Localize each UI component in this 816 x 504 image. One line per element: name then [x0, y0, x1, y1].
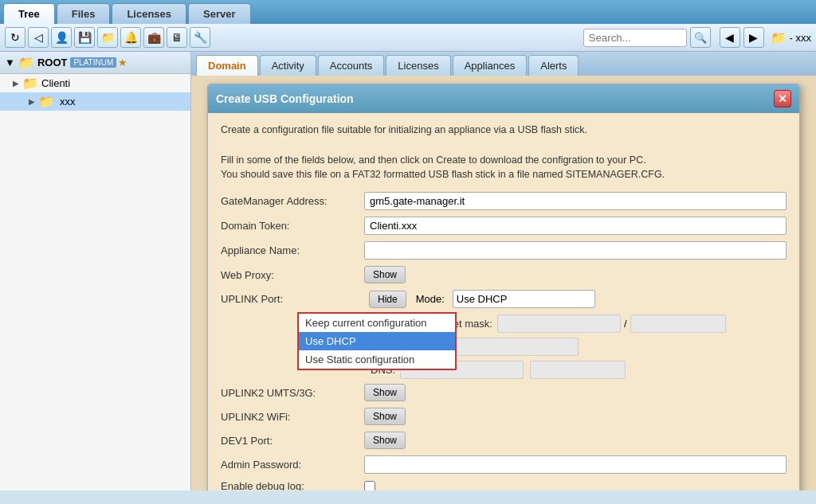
- uplink2-wifi-show-button[interactable]: Show: [364, 408, 406, 425]
- bag-button[interactable]: 💼: [143, 27, 164, 48]
- desc-line2: Fill in some of the fields below, and th…: [221, 154, 646, 166]
- tree-item-xxx[interactable]: ▶ 📁 xxx: [0, 92, 190, 111]
- user-button[interactable]: 👤: [51, 27, 72, 48]
- web-proxy-label: Web Proxy:: [221, 269, 364, 281]
- search-input[interactable]: [583, 29, 687, 47]
- clienti-expand-icon: ▶: [13, 79, 19, 88]
- tab-activity[interactable]: Activity: [260, 55, 316, 76]
- admin-password-label: Admin Password:: [221, 459, 364, 471]
- xxx-expand-icon: ▶: [29, 97, 35, 106]
- tab-domain[interactable]: Domain: [196, 55, 258, 76]
- appliance-name-label: Appliance Name:: [221, 244, 364, 256]
- right-tab-bar: Domain Activity Accounts Licenses Applia…: [191, 52, 816, 76]
- dropdown-option-dhcp[interactable]: Use DHCP: [299, 332, 455, 350]
- right-panel: Domain Activity Accounts Licenses Applia…: [191, 52, 816, 490]
- root-bar: ▼ 📁 ROOT PLATINUM ★: [0, 52, 190, 74]
- uplink2-wifi-label: UPLINK2 WiFi:: [221, 411, 364, 423]
- enable-debug-checkbox[interactable]: [364, 481, 375, 491]
- nav-path-text: - xxx: [790, 32, 811, 44]
- domain-token-label: Domain Token:: [221, 220, 364, 232]
- web-proxy-row: Web Proxy: Show: [221, 266, 787, 283]
- folder-icon: 📁: [771, 30, 787, 45]
- tab-licenses[interactable]: Licenses: [386, 55, 450, 76]
- tab-alerts[interactable]: Alerts: [528, 55, 579, 76]
- clienti-folder-icon: 📁: [22, 76, 38, 91]
- root-label: ROOT: [37, 57, 68, 68]
- dialog-description: Create a configuration file suitable for…: [221, 123, 787, 182]
- usb-config-dialog: Create USB Configuration ✕ Create a conf…: [207, 84, 800, 490]
- xxx-label: xxx: [57, 95, 78, 108]
- gateway-input[interactable]: [455, 338, 579, 356]
- web-proxy-show-button[interactable]: Show: [364, 266, 406, 283]
- root-badge: PLATINUM: [70, 57, 116, 68]
- ip-input[interactable]: [497, 315, 621, 333]
- nav-forward-button[interactable]: ▶: [743, 27, 764, 48]
- mode-dropdown-popup: Keep current configuration Use DHCP Use …: [297, 312, 457, 370]
- desc-line1: Create a configuration file suitable for…: [221, 124, 587, 135]
- tab-accounts[interactable]: Accounts: [318, 55, 384, 76]
- enable-debug-label: Enable debug log:: [221, 480, 364, 490]
- admin-password-input[interactable]: [364, 455, 787, 474]
- content-area: Create USB Configuration ✕ Create a conf…: [191, 76, 816, 490]
- uplink2-wifi-row: UPLINK2 WiFi: Show: [221, 408, 787, 425]
- top-tab-bar: Tree Files Licenses Server: [0, 0, 816, 24]
- dialog-header: Create USB Configuration ✕: [208, 84, 799, 113]
- nav-buttons: ◀ ▶ 📁 - xxx: [720, 27, 811, 48]
- dialog-close-button[interactable]: ✕: [774, 90, 791, 107]
- gatemanager-row: GateManager Address:: [221, 192, 787, 210]
- folder-button[interactable]: 📁: [97, 27, 118, 48]
- uplink-label: UPLINK Port:: [221, 293, 364, 305]
- tree-item-clienti[interactable]: ▶ 📁 Clienti: [0, 74, 190, 92]
- mode-label: Mode:: [416, 293, 445, 305]
- uplink2-umts-label: UPLINK2 UMTS/3G:: [221, 387, 364, 399]
- appliance-name-row: Appliance Name:: [221, 241, 787, 260]
- tab-server[interactable]: Server: [188, 3, 250, 24]
- uplink-port-row: UPLINK Port: Hide Mode: Keep current con…: [221, 290, 787, 308]
- refresh-button[interactable]: ↻: [5, 27, 26, 48]
- toolbar: ↻ ◁ 👤 💾 📁 🔔 💼 🖥 🔧 🔍 ◀ ▶ 📁 - xxx: [0, 24, 816, 52]
- dialog-body: Create a configuration file suitable for…: [208, 113, 799, 490]
- xxx-folder-icon: 📁: [38, 94, 54, 109]
- slash-separator: /: [624, 318, 627, 330]
- domain-token-row: Domain Token:: [221, 217, 787, 235]
- uplink-hide-button[interactable]: Hide: [369, 291, 406, 308]
- uplink2-umts-row: UPLINK2 UMTS/3G: Show: [221, 384, 787, 401]
- nav-path: 📁 - xxx: [771, 30, 811, 45]
- tools-button[interactable]: 🔧: [190, 27, 210, 48]
- root-folder-icon: 📁: [18, 55, 34, 70]
- root-expand-icon: ▼: [5, 57, 15, 68]
- nav-back-button[interactable]: ◀: [720, 27, 740, 48]
- mode-select[interactable]: Keep current configuration Use DHCP Use …: [453, 290, 595, 308]
- tab-tree[interactable]: Tree: [3, 3, 55, 24]
- dev1-row: DEV1 Port: Show: [221, 432, 787, 449]
- dropdown-option-keep[interactable]: Keep current configuration: [299, 314, 455, 332]
- bell-button[interactable]: 🔔: [120, 27, 141, 48]
- dev1-show-button[interactable]: Show: [364, 432, 406, 449]
- uplink2-umts-show-button[interactable]: Show: [364, 384, 406, 401]
- search-area: 🔍: [583, 27, 711, 48]
- root-star: ★: [118, 57, 128, 68]
- gatemanager-input[interactable]: [364, 192, 787, 210]
- save-button[interactable]: 💾: [74, 27, 95, 48]
- main-layout: ▼ 📁 ROOT PLATINUM ★ ▶ 📁 Clienti ▶ 📁 xxx …: [0, 52, 816, 490]
- subnet-input[interactable]: [630, 315, 726, 333]
- monitor-button[interactable]: 🖥: [167, 27, 187, 48]
- appliance-name-input[interactable]: [364, 241, 787, 260]
- domain-token-input[interactable]: [364, 217, 787, 235]
- left-panel: ▼ 📁 ROOT PLATINUM ★ ▶ 📁 Clienti ▶ 📁 xxx: [0, 52, 191, 490]
- clienti-label: Clienti: [41, 77, 70, 89]
- dialog-title: Create USB Configuration: [216, 92, 354, 105]
- mode-select-wrapper: Keep current configuration Use DHCP Use …: [453, 290, 595, 308]
- back-button[interactable]: ◁: [28, 27, 49, 48]
- admin-password-row: Admin Password:: [221, 455, 787, 474]
- gatemanager-label: GateManager Address:: [221, 195, 364, 207]
- search-button[interactable]: 🔍: [690, 27, 711, 48]
- tab-licenses[interactable]: Licenses: [112, 3, 186, 24]
- enable-debug-row: Enable debug log:: [221, 480, 787, 490]
- desc-line3: You should save this file on a FAT32 for…: [221, 169, 665, 180]
- dev1-label: DEV1 Port:: [221, 435, 364, 447]
- tab-files[interactable]: Files: [57, 3, 111, 24]
- dropdown-option-static[interactable]: Use Static configuration: [299, 350, 455, 369]
- tab-appliances[interactable]: Appliances: [453, 55, 528, 76]
- dns2-input[interactable]: [530, 361, 626, 379]
